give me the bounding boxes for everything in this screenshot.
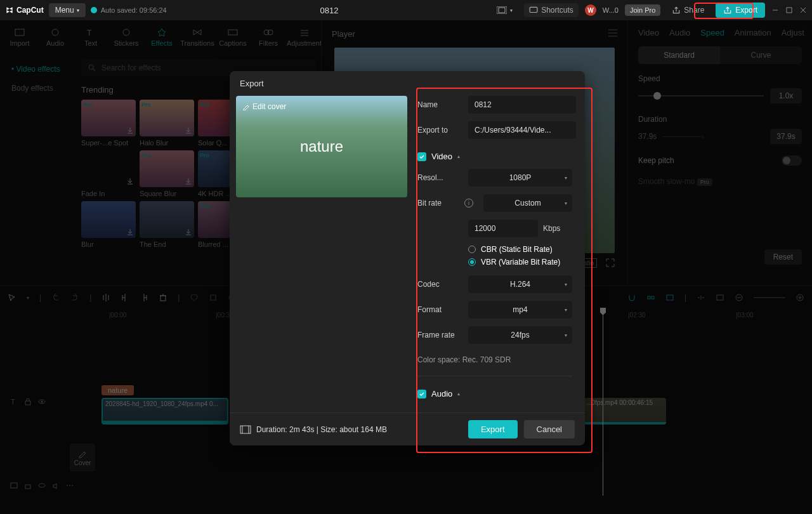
effect-card[interactable]: ProSquare Blur — [140, 150, 194, 197]
undo-icon[interactable] — [51, 293, 60, 302]
vbr-radio[interactable]: VBR (Variable Bit Rate) — [468, 258, 572, 267]
effect-card[interactable]: ProHalo Blur — [140, 100, 194, 147]
tab-adjustment[interactable]: Adjustment — [287, 25, 322, 49]
track-opt-icon[interactable] — [697, 293, 705, 302]
framerate-select[interactable]: 24fps▾ — [468, 326, 572, 344]
tab-captions[interactable]: Captions — [216, 25, 250, 49]
speed-label: Speed — [638, 74, 802, 83]
svg-point-27 — [39, 484, 45, 487]
effect-card[interactable]: Fade In — [81, 150, 136, 197]
split-icon[interactable] — [102, 293, 110, 302]
avatar[interactable]: W — [585, 4, 596, 16]
tab-audio[interactable]: Audio — [38, 25, 72, 49]
close-icon[interactable] — [799, 6, 807, 14]
magnet-icon[interactable] — [627, 293, 636, 302]
audio-checkbox[interactable] — [417, 390, 426, 399]
tab-text[interactable]: TText — [74, 25, 108, 49]
autosave-status: Auto saved: 09:56:24 — [91, 6, 167, 14]
speed-value[interactable]: 1.0x — [770, 88, 802, 103]
keep-pitch-toggle[interactable] — [782, 155, 802, 166]
track-head-text[interactable]: T — [0, 392, 102, 412]
speaker-icon[interactable] — [52, 482, 60, 489]
resolution-select[interactable]: 1080P▾ — [468, 169, 572, 187]
svg-rect-12 — [160, 296, 166, 301]
heart-icon[interactable] — [190, 293, 199, 302]
sidebar-video-effects[interactable]: Video effects — [5, 60, 71, 79]
timeline-clip-2[interactable]: ...0fps.mp4 00:00:46:15 — [584, 398, 666, 425]
menu-button[interactable]: Menu▾ — [49, 3, 86, 17]
export-confirm-button[interactable]: Export — [468, 420, 518, 438]
pointer-tool-icon[interactable] — [8, 293, 16, 302]
zoom-slider[interactable] — [754, 297, 785, 298]
search-icon — [88, 63, 96, 72]
name-label: Name — [417, 100, 461, 109]
codec-label: Codec — [417, 280, 461, 289]
tab-transitions[interactable]: Transitions — [180, 25, 214, 49]
redo-icon[interactable] — [70, 293, 79, 302]
trim-left-icon[interactable] — [121, 293, 129, 302]
tab-effects[interactable]: Effects — [145, 25, 179, 49]
clip-tag-nature[interactable]: nature — [102, 385, 134, 395]
preview-icon[interactable] — [665, 293, 674, 302]
info-icon[interactable]: i — [464, 199, 473, 208]
eye-icon[interactable] — [38, 398, 46, 405]
eye-icon[interactable] — [38, 482, 46, 489]
seg-standard[interactable]: Standard — [638, 46, 720, 64]
reset-button[interactable]: Reset — [764, 249, 802, 265]
minimize-icon[interactable] — [771, 6, 779, 14]
effect-card[interactable]: The End — [140, 201, 194, 248]
sidebar-body-effects[interactable]: Body effects — [5, 79, 71, 98]
cbr-radio[interactable]: CBR (Static Bit Rate) — [468, 245, 572, 254]
join-pro-button[interactable]: Join Pro — [625, 4, 660, 16]
name-input[interactable] — [468, 96, 576, 114]
workspace-label: W...0 — [603, 6, 619, 14]
tab-stickers[interactable]: Stickers — [109, 25, 143, 49]
zoom-in-icon[interactable] — [796, 293, 804, 302]
video-checkbox[interactable] — [417, 152, 426, 161]
playhead[interactable] — [603, 309, 603, 496]
edit-cover-button[interactable]: Edit cover — [242, 102, 286, 111]
lock-icon[interactable] — [24, 398, 32, 405]
export-button-top[interactable]: Export — [716, 3, 765, 18]
crop-icon[interactable] — [209, 293, 218, 302]
mixer-icon[interactable] — [716, 293, 724, 302]
svg-point-10 — [268, 30, 273, 35]
rp-tab-audio[interactable]: Audio — [669, 28, 690, 37]
trim-right-icon[interactable] — [140, 293, 148, 302]
codec-select[interactable]: H.264▾ — [468, 275, 572, 293]
tab-filters[interactable]: Filters — [251, 25, 285, 49]
cover-button[interactable]: Cover — [70, 444, 95, 471]
share-button[interactable]: Share — [667, 3, 709, 17]
maximize-icon[interactable] — [785, 6, 793, 14]
rp-tab-animation[interactable]: Animation — [735, 28, 771, 37]
rp-tab-adjust[interactable]: Adjust — [782, 28, 804, 37]
seg-curve[interactable]: Curve — [720, 46, 802, 64]
kbps-input[interactable] — [468, 220, 538, 237]
video-section-title: Video — [431, 152, 452, 161]
timeline-clip-1[interactable]: 2028845-hd_1920_1080_24fps.mp4 0... — [102, 398, 228, 425]
cancel-button[interactable]: Cancel — [524, 420, 575, 438]
collapse-icon[interactable]: ▴ — [457, 154, 460, 159]
rp-tab-speed[interactable]: Speed — [700, 28, 724, 37]
shortcuts-button[interactable]: Shortcuts — [524, 3, 579, 17]
lock-icon[interactable] — [24, 482, 32, 489]
effect-card[interactable]: Blur — [81, 201, 136, 248]
rp-tab-video[interactable]: Video — [638, 28, 659, 37]
fullscreen-icon[interactable] — [606, 258, 615, 267]
format-select[interactable]: mp4▾ — [468, 301, 572, 319]
link-icon[interactable] — [646, 293, 655, 302]
speed-slider[interactable] — [638, 95, 764, 96]
effect-card[interactable]: ProSuper-...e Spot — [81, 100, 136, 147]
zoom-out-icon[interactable] — [735, 293, 743, 302]
smooth-slowmo-label: Smooth slow-mo Pro — [638, 177, 802, 186]
tab-import[interactable]: Import — [3, 25, 37, 49]
exportto-input[interactable] — [468, 121, 576, 139]
aspect-ratio-button[interactable]: ▾ — [492, 4, 518, 16]
delete-icon[interactable] — [159, 293, 167, 302]
hamburger-icon[interactable] — [608, 29, 617, 37]
collapse-icon[interactable]: ▴ — [457, 391, 460, 397]
framerate-label: Frame rate — [417, 331, 461, 339]
track-head-main[interactable]: ⋯ — [0, 475, 102, 496]
duration-to[interactable]: 37.9s — [770, 129, 802, 144]
bitrate-select[interactable]: Custom▾ — [483, 194, 572, 212]
